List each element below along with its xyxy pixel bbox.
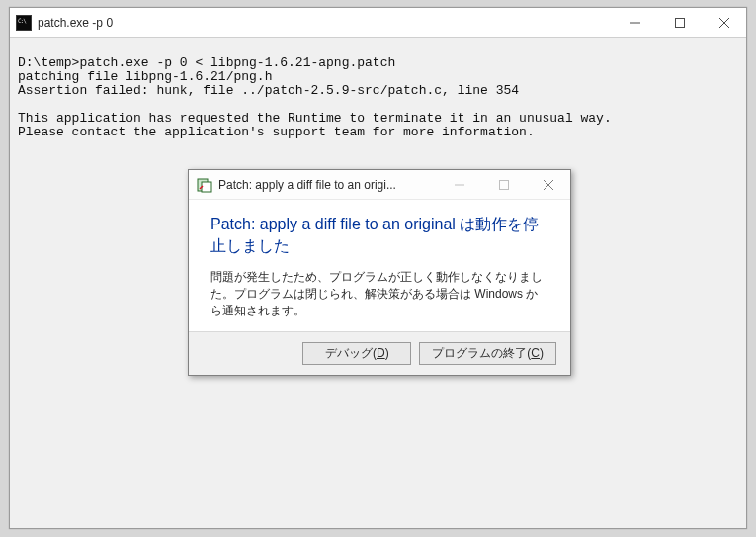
close-program-button[interactable]: プログラムの終了(C) — [419, 342, 556, 365]
app-icon — [197, 177, 212, 193]
dialog-buttonbar: デバッグ(D) プログラムの終了(C) — [189, 331, 570, 375]
close-button[interactable] — [702, 8, 746, 37]
minimize-button — [437, 170, 481, 199]
dialog-window-controls — [437, 170, 570, 199]
console-title: patch.exe -p 0 — [38, 16, 613, 30]
maximize-button — [481, 170, 526, 199]
dialog-message: 問題が発生したため、プログラムが正しく動作しなくなりました。プログラムは閉じられ… — [210, 269, 548, 319]
dialog-title: Patch: apply a diff file to an origi... — [218, 178, 437, 192]
svg-rect-3 — [499, 180, 508, 189]
close-button[interactable] — [526, 170, 570, 199]
maximize-button[interactable] — [657, 8, 702, 37]
dialog-headline: Patch: apply a diff file to an original … — [210, 214, 548, 257]
minimize-button[interactable] — [613, 8, 657, 37]
debug-button-label: デバッグ(D) — [325, 345, 389, 362]
svg-rect-0 — [675, 18, 684, 27]
console-window-controls — [613, 8, 746, 37]
close-program-button-label: プログラムの終了(C) — [432, 345, 544, 362]
svg-rect-2 — [202, 182, 211, 192]
dialog-body: Patch: apply a diff file to an original … — [189, 200, 570, 331]
cmd-icon — [16, 15, 32, 31]
console-titlebar[interactable]: patch.exe -p 0 — [10, 8, 746, 38]
dialog-titlebar[interactable]: Patch: apply a diff file to an origi... — [189, 170, 570, 200]
crash-dialog: Patch: apply a diff file to an origi... … — [188, 169, 571, 376]
debug-button[interactable]: デバッグ(D) — [302, 342, 411, 365]
